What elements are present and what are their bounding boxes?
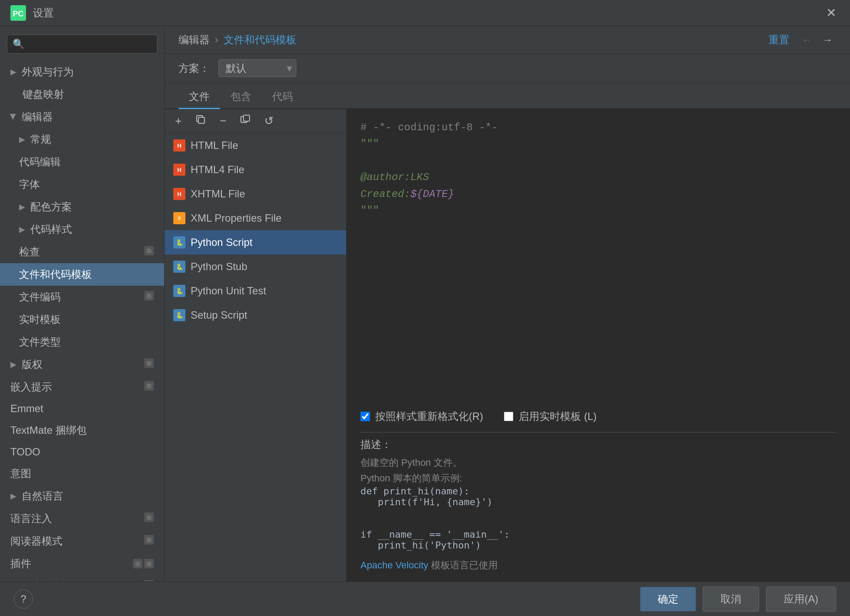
nav-arrows: ← → (798, 33, 836, 47)
badge-icon: ⊞ (144, 513, 154, 525)
code-line-2: """ (360, 136, 836, 152)
settings-window: PC 设置 ✕ 🔍 ▶ 外观与行为 键盘映射 ▶ 编辑器 ▶ (0, 0, 850, 616)
description-text1: 创建空的 Python 文件。 Python 脚本的简单示例: (360, 455, 836, 485)
svg-text:PC: PC (13, 10, 23, 18)
svg-text:⊞: ⊞ (146, 560, 152, 567)
search-box[interactable]: 🔍 (7, 35, 157, 54)
sidebar-item-general[interactable]: ▶ 常规 (0, 128, 164, 151)
breadcrumb-current[interactable]: 文件和代码模板 (224, 33, 296, 47)
back-arrow-button[interactable]: ← (798, 33, 815, 47)
expand-arrow-icon: ▶ (19, 135, 25, 144)
sidebar-item-file-types[interactable]: 文件类型 (0, 331, 164, 353)
code-content[interactable]: # -*- coding:utf-8 -*- """ @author:LKS C… (347, 109, 850, 400)
sidebar-item-inspections[interactable]: 检查 ⊞ (0, 241, 164, 263)
xml-props-file-icon: X (173, 212, 185, 224)
expand-arrow-icon: ▶ (10, 360, 16, 369)
sidebar-item-copyright[interactable]: ▶ 版权 ⊞ (0, 353, 164, 376)
python-script-icon: 🐍 (173, 236, 185, 248)
tab-include[interactable]: 包含 (220, 85, 262, 109)
code-line-6: """ (360, 203, 836, 219)
file-item-setup-script[interactable]: 🐍 Setup Script (165, 303, 346, 327)
file-item-label: Python Script (191, 236, 253, 248)
reset-button[interactable]: 重置 (769, 33, 789, 47)
sidebar-item-font[interactable]: 字体 (0, 173, 164, 196)
html4-file-icon: H (173, 164, 185, 176)
file-item-html4[interactable]: H HTML4 File (165, 158, 346, 182)
reformat-label: 按照样式重新格式化(R) (375, 410, 483, 423)
sidebar-item-version-ctrl[interactable]: ▶ 版本控制 ⊞ (0, 575, 164, 581)
add-template-button[interactable]: + (172, 113, 185, 129)
sidebar-item-label: TextMate 捆绑包 (10, 423, 87, 437)
file-item-xml-props[interactable]: X XML Properties File (165, 206, 346, 230)
velocity-link[interactable]: Apache Velocity (360, 560, 428, 571)
file-item-python-script[interactable]: 🐍 Python Script (165, 230, 346, 255)
code-line-5: Created:${DATE} (360, 186, 836, 203)
reformat-checkbox-input[interactable] (360, 412, 370, 421)
svg-text:⊞: ⊞ (146, 360, 152, 367)
sidebar-item-editor[interactable]: ▶ 编辑器 (0, 106, 164, 128)
close-button[interactable]: ✕ (823, 4, 840, 22)
xhtml-file-icon: H (173, 188, 185, 200)
tab-code[interactable]: 代码 (262, 85, 303, 109)
sidebar-item-live-templates[interactable]: 实时模板 (0, 308, 164, 331)
apply-button[interactable]: 应用(A) (766, 587, 836, 612)
file-item-html[interactable]: H HTML File (165, 133, 346, 158)
sidebar-item-appearance[interactable]: ▶ 外观与行为 (0, 61, 164, 83)
reformat-checkbox[interactable]: 按照样式重新格式化(R) (360, 410, 483, 423)
live-template-checkbox[interactable]: 启用实时模板 (L) (504, 410, 597, 423)
copy-template-button[interactable] (192, 113, 209, 129)
sidebar-item-file-encoding[interactable]: 文件编码 ⊞ (0, 286, 164, 308)
schema-select[interactable]: 默认 (218, 59, 296, 77)
sidebar-item-natural-lang[interactable]: ▶ 自然语言 (0, 485, 164, 507)
file-list: H HTML File H HTML4 File H XHTML File (165, 133, 346, 581)
expand-arrow-icon: ▶ (9, 114, 18, 120)
ok-button[interactable]: 确定 (640, 587, 696, 611)
help-button[interactable]: ? (14, 590, 33, 609)
app-logo: PC (10, 5, 26, 21)
sidebar-item-emmet[interactable]: Emmet (0, 398, 164, 419)
sidebar-item-plugins[interactable]: 插件 ⊞ ⊞ (0, 552, 164, 575)
svg-text:⊞: ⊞ (146, 514, 152, 521)
expand-arrow-icon: ▶ (10, 491, 16, 501)
file-item-python-unit-test[interactable]: 🐍 Python Unit Test (165, 279, 346, 303)
sidebar-item-textmate[interactable]: TextMate 捆绑包 (0, 419, 164, 442)
remove-template-button[interactable]: − (216, 113, 230, 129)
right-panel: 编辑器 › 文件和代码模板 重置 ← → 方案： 默认 (165, 26, 850, 581)
duplicate-template-button[interactable] (237, 113, 254, 129)
sidebar-item-embed-hints[interactable]: 嵌入提示 ⊞ (0, 376, 164, 398)
file-item-python-stub[interactable]: 🐍 Python Stub (165, 255, 346, 279)
python-stub-icon: 🐍 (173, 261, 185, 273)
sidebar-item-color-scheme[interactable]: ▶ 配色方案 (0, 196, 164, 218)
sidebar-item-intention[interactable]: 意图 (0, 462, 164, 485)
tab-file[interactable]: 文件 (178, 85, 220, 109)
sidebar-item-todo[interactable]: TODO (0, 442, 164, 462)
footer: ? 确定 取消 应用(A) (0, 581, 850, 616)
code-line-1: # -*- coding:utf-8 -*- (360, 119, 836, 136)
file-item-label: Setup Script (191, 309, 247, 321)
sidebar-item-reader-mode[interactable]: 阅读器模式 ⊞ (0, 530, 164, 552)
sidebar-item-label: 字体 (19, 177, 40, 191)
setup-script-icon: 🐍 (173, 309, 185, 321)
expand-arrow-icon: ▶ (19, 225, 25, 234)
sidebar-item-keymap[interactable]: 键盘映射 (0, 83, 164, 106)
sidebar-item-label: 编辑器 (22, 110, 53, 124)
sidebar: 🔍 ▶ 外观与行为 键盘映射 ▶ 编辑器 ▶ 常规 代码编辑 字体 (0, 26, 165, 581)
svg-text:⊞: ⊞ (146, 292, 152, 299)
sidebar-item-code-style[interactable]: ▶ 代码样式 (0, 218, 164, 241)
sidebar-item-label: 常规 (30, 132, 51, 146)
reset-template-button[interactable]: ↺ (261, 113, 277, 129)
sidebar-item-label: 文件编码 (19, 290, 61, 304)
sidebar-item-lang-inject[interactable]: 语言注入 ⊞ (0, 507, 164, 530)
sidebar-item-label: 版权 (22, 358, 42, 371)
forward-arrow-button[interactable]: → (819, 33, 836, 47)
breadcrumb-bar: 编辑器 › 文件和代码模板 重置 ← → (165, 26, 850, 54)
live-template-checkbox-input[interactable] (504, 412, 513, 421)
description-code-block: def print_hi(name): print(f'Hi, {name}')… (360, 486, 836, 551)
badge-icon: ⊞ (144, 381, 154, 393)
svg-rect-21 (198, 117, 204, 123)
description-section: 描述： 创建空的 Python 文件。 Python 脚本的简单示例: def … (360, 438, 836, 550)
cancel-button[interactable]: 取消 (703, 587, 759, 612)
sidebar-item-code-edit[interactable]: 代码编辑 (0, 151, 164, 173)
sidebar-item-file-code-templates[interactable]: 文件和代码模板 (0, 263, 164, 286)
file-item-xhtml[interactable]: H XHTML File (165, 182, 346, 206)
